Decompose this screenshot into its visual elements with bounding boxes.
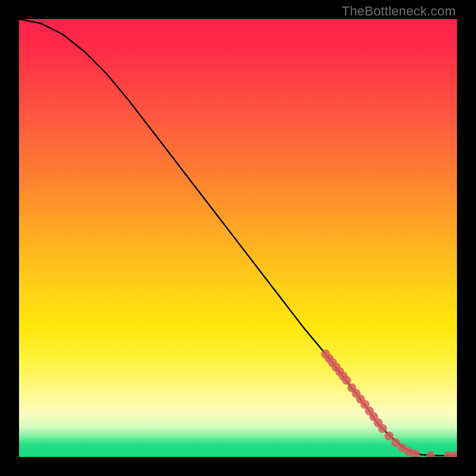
chart-container: TheBottleneck.com — [0, 0, 476, 476]
plot-area — [19, 19, 457, 457]
background-gradient — [19, 19, 457, 457]
attribution-label: TheBottleneck.com — [342, 4, 456, 19]
